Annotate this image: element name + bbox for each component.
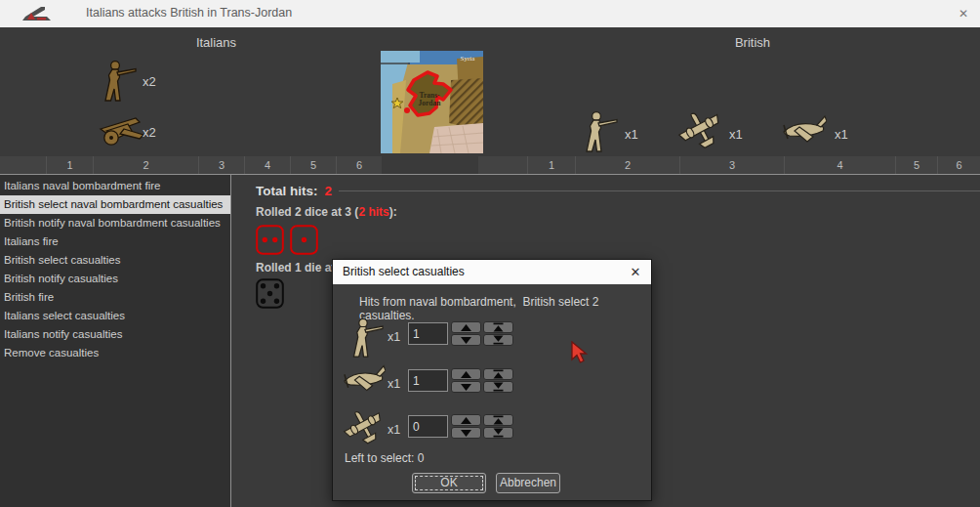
set-max-button[interactable] (483, 368, 513, 380)
dice-col-4: 4 (244, 156, 290, 174)
dice-col-1: 1 (46, 156, 93, 174)
battle-window: Italians attacks British in Trans-Jordan… (0, 0, 980, 507)
british-infantry-count: x1 (625, 127, 638, 142)
ok-button[interactable]: OK (412, 473, 486, 493)
british-infantry-icon (343, 315, 384, 359)
increment-button[interactable] (451, 321, 481, 333)
attacker-name: Italians (0, 35, 432, 50)
black-die (256, 278, 284, 309)
set-max-button[interactable] (483, 321, 513, 333)
step-item: British notify naval bombardment casualt… (0, 214, 230, 232)
dice-col-5: 5 (895, 156, 937, 174)
dice-col-empty (478, 156, 527, 174)
spinner-updown (451, 414, 481, 439)
casualty-row-fighter: x1 (333, 361, 651, 408)
territory-map-thumbnail: Syria Trans- Jordan (381, 51, 483, 153)
spinner-updown (451, 321, 481, 346)
italian-infantry-icon (94, 58, 137, 106)
dice-col-empty (0, 156, 46, 174)
roll1-suffix: ): (389, 205, 397, 219)
window-titlebar: Italians attacks British in Trans-Jordan… (0, 0, 980, 27)
set-min-button[interactable] (483, 427, 513, 439)
dice-col-3: 3 (679, 156, 784, 174)
cancel-button[interactable]: Abbrechen (496, 473, 560, 493)
step-item: British select casualties (0, 251, 230, 270)
casualty-row-infantry: x1 (333, 315, 651, 361)
attacker-dice-header: 1 2 3 4 5 6 (0, 156, 382, 174)
left-to-select-value: 0 (418, 451, 425, 465)
dice-col-6: 6 (336, 156, 382, 174)
left-to-select-label: Left to select: (345, 451, 414, 465)
dialog-title: British select casualties (343, 260, 465, 284)
spinner-minmax (483, 368, 513, 393)
italian-infantry-count: x2 (143, 74, 156, 89)
roll1-prefix: Rolled 2 dice at 3 ( (256, 205, 358, 219)
step-item: Italians fire (0, 232, 230, 251)
red-die (256, 225, 284, 255)
spinner-minmax (483, 321, 513, 346)
dice-col-6: 6 (937, 156, 980, 174)
set-max-button[interactable] (483, 414, 513, 426)
dice-col-4: 4 (784, 156, 895, 174)
decrement-button[interactable] (451, 381, 481, 393)
map-label-syria: Syria (461, 55, 476, 63)
casualty-count-field[interactable] (408, 322, 448, 345)
step-item: British notify casualties (0, 270, 230, 288)
step-item: Italians select casualties (0, 307, 230, 325)
roll1-hits: 2 hits (358, 205, 388, 219)
british-tactical-bomber-icon (343, 407, 386, 448)
dice-col-1: 1 (527, 156, 575, 174)
italian-artillery-icon (95, 113, 145, 150)
defender-name: British (525, 35, 980, 50)
total-hits-label: Total hits: (256, 184, 318, 198)
set-min-button[interactable] (483, 334, 513, 346)
step-item: Italians notify casualties (0, 325, 230, 344)
dice-col-2: 2 (575, 156, 679, 174)
battle-steps-list: Italians naval bombardment fire British … (0, 175, 231, 507)
dice-col-3: 3 (198, 156, 244, 174)
roll1-dice (256, 225, 318, 255)
roll2-dice (256, 278, 284, 309)
window-close-button[interactable]: ✕ (955, 5, 972, 22)
row-available-count: x1 (388, 423, 400, 437)
casualty-count-field[interactable] (408, 415, 448, 438)
british-fighter-count: x1 (835, 127, 848, 142)
total-hits-row: Total hits: 2 (256, 182, 980, 199)
window-title: Italians attacks British in Trans-Jordan (86, 6, 292, 20)
step-item-selected: British select naval bombardment casualt… (0, 195, 230, 214)
increment-button[interactable] (451, 414, 481, 426)
dialog-titlebar: British select casualties ✕ (333, 260, 651, 284)
step-item: Italians naval bombardment fire (0, 177, 230, 195)
mouse-cursor (571, 341, 589, 364)
spinner-updown (451, 368, 481, 393)
dialog-close-button[interactable]: ✕ (626, 263, 645, 282)
total-hits-value: 2 (325, 184, 333, 198)
defender-dice-header: 1 2 3 4 5 6 (478, 156, 980, 174)
italian-artillery-count: x2 (143, 125, 156, 140)
british-fighter-icon (343, 361, 386, 401)
roll-line-2: Rolled 1 die at (256, 261, 335, 275)
map-label-territory-2: Jordan (419, 99, 442, 107)
spinner-minmax (483, 414, 513, 439)
british-infantry-icon (575, 108, 618, 157)
decrement-button[interactable] (451, 427, 481, 439)
dice-col-5: 5 (290, 156, 336, 174)
step-item: Remove casualties (0, 344, 230, 362)
british-fighter-icon (782, 112, 827, 155)
casualty-count-field[interactable] (408, 369, 448, 392)
left-to-select: Left to select: 0 (345, 451, 424, 465)
casualty-row-tactical-bomber: x1 (333, 407, 651, 454)
step-item: British fire (0, 288, 230, 307)
row-available-count: x1 (388, 377, 400, 391)
roll-line-1: Rolled 2 dice at 3 (2 hits): (256, 205, 397, 219)
app-icon (18, 4, 55, 23)
british-tactical-bomber-count: x1 (729, 127, 743, 142)
increment-button[interactable] (451, 368, 481, 380)
set-min-button[interactable] (483, 381, 513, 393)
select-casualties-dialog: British select casualties ✕ Hits from na… (332, 259, 652, 501)
total-hits-rule (339, 190, 980, 191)
red-die (290, 225, 318, 255)
decrement-button[interactable] (451, 334, 481, 346)
roll2-text: Rolled 1 die at (256, 261, 335, 275)
dice-col-2: 2 (93, 156, 198, 174)
